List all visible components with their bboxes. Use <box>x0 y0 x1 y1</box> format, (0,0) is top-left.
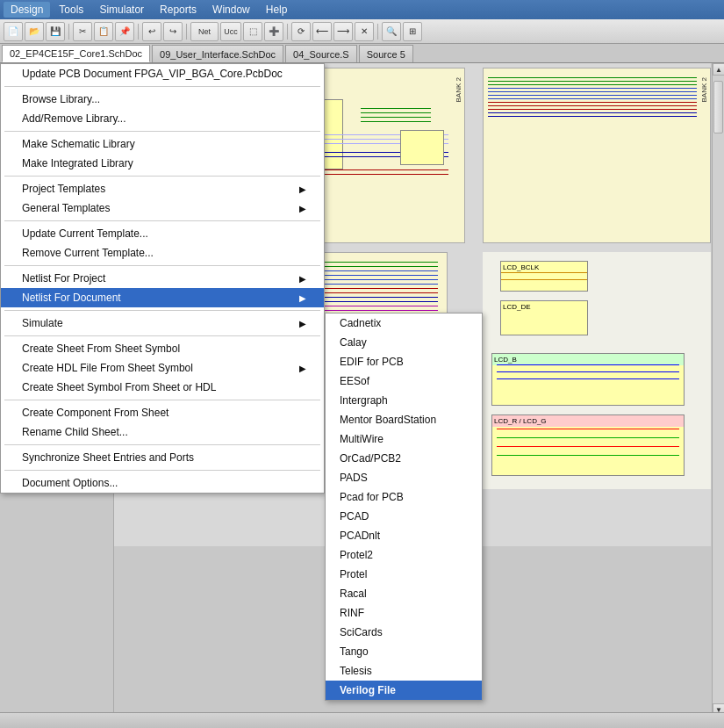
toolbar-btn-10[interactable]: ➕ <box>264 22 283 41</box>
submenu-pcadnlt[interactable]: PCADnlt <box>326 526 482 545</box>
toolbar-sep-3 <box>186 24 187 40</box>
design-dropdown-menu: Update PCB Document FPGA_VIP_BGA_Core.Pc… <box>0 63 325 494</box>
submenu-intergraph[interactable]: Intergraph <box>326 391 482 410</box>
toolbar-btn-14[interactable]: ✕ <box>355 22 374 41</box>
menu-tools[interactable]: Tools <box>52 2 90 18</box>
menu-item-remove-current-template[interactable]: Remove Current Template... <box>1 243 324 263</box>
arrow-general-templates: ▶ <box>299 204 306 213</box>
menu-item-create-symbol-from-sheet[interactable]: Create Sheet Symbol From Sheet or HDL <box>1 378 324 397</box>
sep-1 <box>4 86 320 87</box>
dropdown-overlay: Update PCB Document FPGA_VIP_BGA_Core.Pc… <box>0 63 724 728</box>
submenu-pcad[interactable]: PCAD <box>326 507 482 526</box>
sep-9 <box>4 444 320 445</box>
tabbar: 02_EP4CE15F_Core1.SchDoc 09_User_Interfa… <box>0 44 724 63</box>
submenu-telesis[interactable]: Telesis <box>326 661 482 681</box>
arrow-simulate: ▶ <box>299 319 306 328</box>
tab-ep4ce15f[interactable]: 02_EP4CE15F_Core1.SchDoc <box>2 45 150 62</box>
submenu-eesof[interactable]: EESof <box>326 371 482 391</box>
submenu-orcad[interactable]: OrCad/PCB2 <box>326 449 482 468</box>
menubar: Design Tools Simulator Reports Window He… <box>0 0 724 19</box>
submenu-pcad-for-pcb[interactable]: Pcad for PCB <box>326 487 482 507</box>
menu-item-add-remove-lib[interactable]: Add/Remove Library... <box>1 109 324 128</box>
submenu-multiwire[interactable]: MultiWire <box>326 429 482 449</box>
submenu-scicards[interactable]: SciCards <box>326 623 482 642</box>
arrow-project-templates: ▶ <box>299 184 306 194</box>
sep-8 <box>4 400 320 400</box>
menu-item-browse-lib[interactable]: Browse Library... <box>1 90 324 109</box>
menu-item-document-options[interactable]: Document Options... <box>1 473 324 493</box>
toolbar-btn-ucc[interactable]: Ucc <box>220 22 241 41</box>
menu-simulator[interactable]: Simulator <box>92 2 151 18</box>
toolbar-btn-5[interactable]: 📋 <box>94 22 113 41</box>
submenu-edif-for-pcb[interactable]: EDIF for PCB <box>326 352 482 371</box>
submenu-rinf[interactable]: RINF <box>326 603 482 623</box>
toolbar: 📄 📂 💾 ✂ 📋 📌 ↩ ↪ Net Ucc ⬚ ➕ ⟳ ⟵ ⟶ ✕ 🔍 ⊞ <box>0 19 724 44</box>
submenu-protel2[interactable]: Protel2 <box>326 545 482 565</box>
arrow-netlist-project: ▶ <box>299 274 306 284</box>
toolbar-btn-7[interactable]: ↩ <box>142 22 161 41</box>
menu-item-netlist-for-document[interactable]: Netlist For Document ▶ <box>1 288 324 307</box>
menu-item-create-hdl-from-symbol[interactable]: Create HDL File From Sheet Symbol ▶ <box>1 358 324 378</box>
toolbar-sep-1 <box>68 24 69 40</box>
submenu-netlist-for-document: Cadnetix Calay EDIF for PCB EESof Interg… <box>325 313 483 701</box>
submenu-cadnetix[interactable]: Cadnetix <box>326 314 482 333</box>
menu-item-create-sheet-from-symbol[interactable]: Create Sheet From Sheet Symbol <box>1 339 324 358</box>
toolbar-btn-8[interactable]: ↪ <box>163 22 183 41</box>
toolbar-btn-2[interactable]: 📂 <box>25 22 44 41</box>
submenu-pads[interactable]: PADS <box>326 468 482 487</box>
sep-4 <box>4 220 320 221</box>
menu-window[interactable]: Window <box>205 2 257 18</box>
sep-2 <box>4 131 320 132</box>
toolbar-sep-5 <box>377 24 378 40</box>
menu-item-create-component[interactable]: Create Component From Sheet <box>1 403 324 422</box>
toolbar-btn-net[interactable]: Net <box>190 22 219 41</box>
arrow-create-hdl: ▶ <box>299 364 306 373</box>
tab-source[interactable]: 04_Source.S <box>285 45 357 62</box>
arrow-netlist-document: ▶ <box>299 293 306 303</box>
menu-reports[interactable]: Reports <box>153 2 204 18</box>
menu-item-simulate[interactable]: Simulate ▶ <box>1 314 324 333</box>
menu-item-general-templates[interactable]: General Templates ▶ <box>1 198 324 218</box>
menu-item-update-current-template[interactable]: Update Current Template... <box>1 224 324 243</box>
menu-item-project-templates[interactable]: Project Templates ▶ <box>1 179 324 198</box>
toolbar-btn-13[interactable]: ⟶ <box>333 22 353 41</box>
menu-design[interactable]: Design <box>4 2 50 18</box>
submenu-calay[interactable]: Calay <box>326 333 482 352</box>
sep-3 <box>4 176 320 177</box>
menu-item-make-int-lib[interactable]: Make Integrated Library <box>1 154 324 173</box>
toolbar-btn-11[interactable]: ⟳ <box>291 22 311 41</box>
main-area: BANK 2 <box>0 63 724 728</box>
menu-item-netlist-for-project[interactable]: Netlist For Project ▶ <box>1 269 324 288</box>
toolbar-btn-6[interactable]: 📌 <box>115 22 134 41</box>
tab-source5[interactable]: Source 5 <box>359 45 413 62</box>
submenu-tango[interactable]: Tango <box>326 642 482 661</box>
submenu-verilog-file[interactable]: Verilog File <box>326 681 482 700</box>
tab-user-interface[interactable]: 09_User_Interface.SchDoc <box>152 45 283 62</box>
sep-5 <box>4 265 320 266</box>
toolbar-btn-3[interactable]: 💾 <box>46 22 65 41</box>
submenu-mentor[interactable]: Mentor BoardStation <box>326 410 482 429</box>
toolbar-btn-9[interactable]: ⬚ <box>243 22 262 41</box>
submenu-racal[interactable]: Racal <box>326 584 482 603</box>
sep-6 <box>4 310 320 311</box>
menu-item-update-pcb[interactable]: Update PCB Document FPGA_VIP_BGA_Core.Pc… <box>1 64 324 83</box>
toolbar-btn-16[interactable]: ⊞ <box>403 22 422 41</box>
toolbar-btn-15[interactable]: 🔍 <box>382 22 401 41</box>
toolbar-sep-4 <box>287 24 288 40</box>
menu-item-rename-child-sheet[interactable]: Rename Child Sheet... <box>1 422 324 442</box>
menu-item-sync-sheet-entries[interactable]: Synchronize Sheet Entries and Ports <box>1 448 324 467</box>
toolbar-btn-12[interactable]: ⟵ <box>312 22 332 41</box>
toolbar-sep-2 <box>138 24 139 40</box>
sep-10 <box>4 470 320 471</box>
menu-item-make-schem-lib[interactable]: Make Schematic Library <box>1 134 324 154</box>
sep-7 <box>4 335 320 336</box>
toolbar-btn-1[interactable]: 📄 <box>4 22 23 41</box>
menu-help[interactable]: Help <box>259 2 295 18</box>
submenu-protel[interactable]: Protel <box>326 565 482 584</box>
toolbar-btn-4[interactable]: ✂ <box>73 22 92 41</box>
